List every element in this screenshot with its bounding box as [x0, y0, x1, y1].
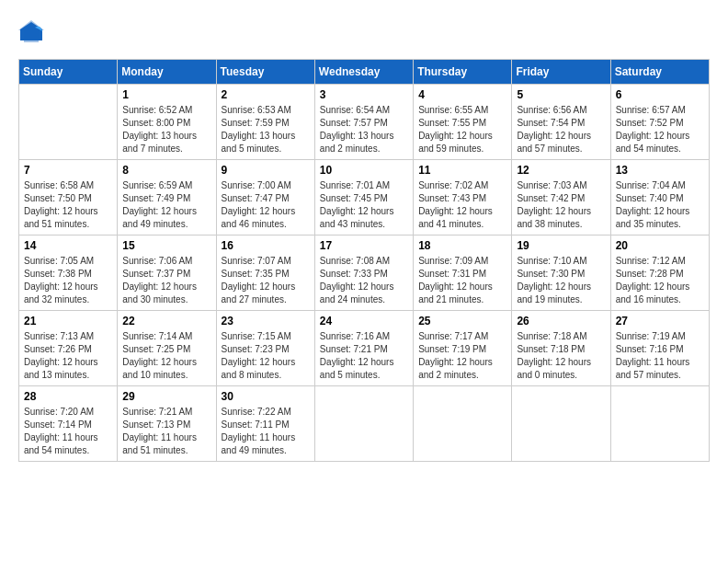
calendar-cell: 7Sunrise: 6:58 AM Sunset: 7:50 PM Daylig… [19, 160, 118, 236]
day-number: 23 [222, 315, 310, 327]
day-number: 6 [616, 88, 704, 101]
day-info: Sunrise: 7:07 AM Sunset: 7:35 PM Dayligh… [222, 255, 310, 306]
day-number: 9 [222, 164, 310, 177]
calendar-cell: 19Sunrise: 7:10 AM Sunset: 7:30 PM Dayli… [512, 236, 610, 311]
weekday-header-thursday: Thursday [414, 60, 512, 85]
day-info: Sunrise: 7:08 AM Sunset: 7:33 PM Dayligh… [320, 255, 408, 306]
day-number: 18 [418, 239, 506, 252]
calendar-week-row: 28Sunrise: 7:20 AM Sunset: 7:14 PM Dayli… [19, 386, 710, 462]
weekday-header-saturday: Saturday [610, 60, 709, 85]
weekday-header-wednesday: Wednesday [314, 60, 413, 85]
calendar-week-row: 1Sunrise: 6:52 AM Sunset: 8:00 PM Daylig… [19, 85, 710, 160]
page-header [18, 18, 710, 44]
calendar-cell: 27Sunrise: 7:19 AM Sunset: 7:16 PM Dayli… [610, 311, 709, 386]
day-info: Sunrise: 7:00 AM Sunset: 7:47 PM Dayligh… [222, 179, 310, 231]
day-number: 12 [517, 164, 605, 177]
calendar-week-row: 14Sunrise: 7:05 AM Sunset: 7:38 PM Dayli… [19, 236, 710, 311]
calendar-cell: 10Sunrise: 7:01 AM Sunset: 7:45 PM Dayli… [314, 160, 413, 236]
calendar-cell [414, 386, 512, 462]
calendar-cell: 29Sunrise: 7:21 AM Sunset: 7:13 PM Dayli… [118, 386, 216, 462]
calendar-cell [314, 386, 413, 462]
day-info: Sunrise: 7:05 AM Sunset: 7:38 PM Dayligh… [24, 255, 112, 306]
calendar-cell: 9Sunrise: 7:00 AM Sunset: 7:47 PM Daylig… [216, 160, 314, 236]
calendar-cell: 20Sunrise: 7:12 AM Sunset: 7:28 PM Dayli… [610, 236, 709, 311]
day-number: 26 [517, 315, 605, 327]
calendar-table: SundayMondayTuesdayWednesdayThursdayFrid… [18, 59, 710, 462]
day-info: Sunrise: 6:54 AM Sunset: 7:57 PM Dayligh… [320, 104, 408, 155]
day-info: Sunrise: 7:16 AM Sunset: 7:21 PM Dayligh… [320, 330, 408, 382]
day-number: 25 [418, 315, 506, 327]
day-number: 1 [122, 88, 210, 101]
day-number: 3 [320, 88, 408, 101]
day-info: Sunrise: 6:52 AM Sunset: 8:00 PM Dayligh… [122, 104, 210, 155]
calendar-cell: 11Sunrise: 7:02 AM Sunset: 7:43 PM Dayli… [414, 160, 512, 236]
day-info: Sunrise: 6:57 AM Sunset: 7:52 PM Dayligh… [616, 104, 704, 155]
calendar-cell: 6Sunrise: 6:57 AM Sunset: 7:52 PM Daylig… [610, 85, 709, 160]
calendar-cell: 18Sunrise: 7:09 AM Sunset: 7:31 PM Dayli… [414, 236, 512, 311]
day-number: 14 [24, 239, 112, 252]
calendar-cell: 3Sunrise: 6:54 AM Sunset: 7:57 PM Daylig… [314, 85, 413, 160]
day-info: Sunrise: 7:10 AM Sunset: 7:30 PM Dayligh… [517, 255, 605, 306]
day-number: 17 [320, 239, 408, 252]
day-number: 2 [222, 88, 310, 101]
calendar-cell: 22Sunrise: 7:14 AM Sunset: 7:25 PM Dayli… [118, 311, 216, 386]
calendar-cell: 13Sunrise: 7:04 AM Sunset: 7:40 PM Dayli… [610, 160, 709, 236]
calendar-cell: 16Sunrise: 7:07 AM Sunset: 7:35 PM Dayli… [216, 236, 314, 311]
calendar-header-row: SundayMondayTuesdayWednesdayThursdayFrid… [19, 60, 710, 85]
day-number: 11 [418, 164, 506, 177]
day-info: Sunrise: 7:13 AM Sunset: 7:26 PM Dayligh… [24, 330, 112, 382]
day-number: 16 [222, 239, 310, 252]
day-info: Sunrise: 7:20 AM Sunset: 7:14 PM Dayligh… [24, 406, 112, 457]
calendar-cell: 28Sunrise: 7:20 AM Sunset: 7:14 PM Dayli… [19, 386, 118, 462]
day-number: 19 [517, 239, 605, 252]
day-info: Sunrise: 7:06 AM Sunset: 7:37 PM Dayligh… [122, 255, 210, 306]
calendar-week-row: 21Sunrise: 7:13 AM Sunset: 7:26 PM Dayli… [19, 311, 710, 386]
day-number: 20 [616, 239, 704, 252]
day-info: Sunrise: 7:04 AM Sunset: 7:40 PM Dayligh… [616, 179, 704, 231]
calendar-week-row: 7Sunrise: 6:58 AM Sunset: 7:50 PM Daylig… [19, 160, 710, 236]
day-number: 27 [616, 315, 704, 327]
logo [18, 18, 48, 44]
day-number: 29 [122, 390, 210, 403]
calendar-cell: 2Sunrise: 6:53 AM Sunset: 7:59 PM Daylig… [216, 85, 314, 160]
logo-icon [18, 18, 44, 44]
weekday-header-friday: Friday [512, 60, 610, 85]
day-number: 15 [122, 239, 210, 252]
calendar-cell: 1Sunrise: 6:52 AM Sunset: 8:00 PM Daylig… [118, 85, 216, 160]
weekday-header-sunday: Sunday [19, 60, 118, 85]
day-number: 24 [320, 315, 408, 327]
day-info: Sunrise: 7:12 AM Sunset: 7:28 PM Dayligh… [616, 255, 704, 306]
day-number: 21 [24, 315, 112, 327]
day-info: Sunrise: 7:01 AM Sunset: 7:45 PM Dayligh… [320, 179, 408, 231]
day-info: Sunrise: 7:18 AM Sunset: 7:18 PM Dayligh… [517, 330, 605, 382]
day-number: 8 [122, 164, 210, 177]
day-number: 30 [222, 390, 310, 403]
calendar-cell: 5Sunrise: 6:56 AM Sunset: 7:54 PM Daylig… [512, 85, 610, 160]
calendar-cell: 4Sunrise: 6:55 AM Sunset: 7:55 PM Daylig… [414, 85, 512, 160]
calendar-cell: 23Sunrise: 7:15 AM Sunset: 7:23 PM Dayli… [216, 311, 314, 386]
weekday-header-tuesday: Tuesday [216, 60, 314, 85]
day-info: Sunrise: 7:15 AM Sunset: 7:23 PM Dayligh… [222, 330, 310, 382]
calendar-cell: 30Sunrise: 7:22 AM Sunset: 7:11 PM Dayli… [216, 386, 314, 462]
day-info: Sunrise: 7:19 AM Sunset: 7:16 PM Dayligh… [616, 330, 704, 382]
day-number: 28 [24, 390, 112, 403]
day-info: Sunrise: 7:22 AM Sunset: 7:11 PM Dayligh… [222, 406, 310, 457]
calendar-cell [512, 386, 610, 462]
calendar-cell: 26Sunrise: 7:18 AM Sunset: 7:18 PM Dayli… [512, 311, 610, 386]
day-info: Sunrise: 6:58 AM Sunset: 7:50 PM Dayligh… [24, 179, 112, 231]
day-info: Sunrise: 7:02 AM Sunset: 7:43 PM Dayligh… [418, 179, 506, 231]
day-info: Sunrise: 7:21 AM Sunset: 7:13 PM Dayligh… [122, 406, 210, 457]
day-number: 13 [616, 164, 704, 177]
calendar-cell [19, 85, 118, 160]
day-number: 5 [517, 88, 605, 101]
day-number: 22 [122, 315, 210, 327]
day-number: 4 [418, 88, 506, 101]
day-info: Sunrise: 6:55 AM Sunset: 7:55 PM Dayligh… [418, 104, 506, 155]
calendar-cell: 12Sunrise: 7:03 AM Sunset: 7:42 PM Dayli… [512, 160, 610, 236]
calendar-cell: 8Sunrise: 6:59 AM Sunset: 7:49 PM Daylig… [118, 160, 216, 236]
calendar-cell: 17Sunrise: 7:08 AM Sunset: 7:33 PM Dayli… [314, 236, 413, 311]
day-info: Sunrise: 6:59 AM Sunset: 7:49 PM Dayligh… [122, 179, 210, 231]
calendar-cell [610, 386, 709, 462]
day-info: Sunrise: 7:14 AM Sunset: 7:25 PM Dayligh… [122, 330, 210, 382]
day-info: Sunrise: 7:09 AM Sunset: 7:31 PM Dayligh… [418, 255, 506, 306]
